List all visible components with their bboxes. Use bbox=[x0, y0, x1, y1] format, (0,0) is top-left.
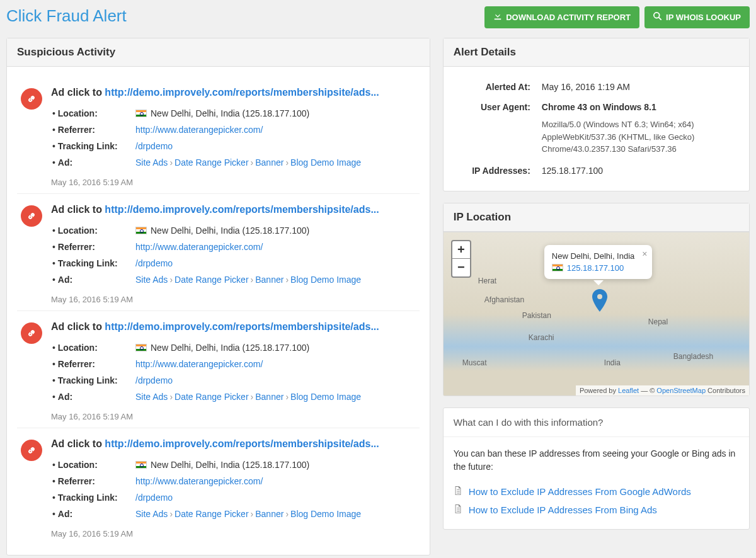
chevron-right-icon: › bbox=[169, 509, 173, 519]
activity-url-link[interactable]: http://demo.improvely.com/reports/member… bbox=[105, 204, 379, 215]
osm-link[interactable]: OpenStreetMap bbox=[656, 387, 706, 394]
activity-field-label: Location: bbox=[52, 340, 134, 355]
tracking-link[interactable]: /drpdemo bbox=[135, 493, 173, 503]
activity-item: Ad click to http://demo.improvely.com/re… bbox=[17, 77, 420, 193]
referrer-link[interactable]: http://www.daterangepicker.com/ bbox=[135, 359, 263, 369]
activity-field-label: Referrer: bbox=[52, 356, 134, 372]
activity-url-link[interactable]: http://demo.improvely.com/reports/member… bbox=[105, 321, 379, 332]
referrer-link[interactable]: http://www.daterangepicker.com/ bbox=[135, 476, 263, 486]
flag-india-icon bbox=[552, 264, 563, 271]
activity-field-label: Tracking Link: bbox=[52, 139, 134, 154]
search-icon bbox=[653, 12, 662, 23]
zoom-in-button[interactable]: + bbox=[452, 241, 470, 259]
ad-crumb-link[interactable]: Date Range Picker bbox=[175, 157, 249, 168]
activity-field-label: Referrer: bbox=[52, 239, 134, 254]
ad-crumb-link[interactable]: Blog Demo Image bbox=[290, 392, 361, 402]
map-popup: × New Delhi, Delhi, India 125.18.177.100 bbox=[544, 245, 653, 279]
activity-date: May 16, 2016 5:19 AM bbox=[51, 178, 416, 187]
map[interactable]: + − × New Delhi, Delhi, India 125.18.177… bbox=[444, 232, 749, 396]
download-report-label: DOWNLOAD ACTIVITY REPORT bbox=[506, 13, 631, 22]
chevron-right-icon: › bbox=[169, 392, 173, 402]
activity-field-label: Referrer: bbox=[52, 122, 134, 137]
map-popup-location: New Delhi, Delhi, India bbox=[552, 251, 635, 261]
download-report-button[interactable]: DOWNLOAD ACTIVITY REPORT bbox=[484, 6, 639, 28]
document-icon bbox=[454, 504, 462, 515]
chevron-right-icon: › bbox=[251, 157, 254, 168]
tracking-link[interactable]: /drpdemo bbox=[135, 375, 173, 385]
map-pin-icon bbox=[592, 289, 608, 314]
ad-crumb-link[interactable]: Banner bbox=[255, 157, 284, 168]
activity-field-label: Ad: bbox=[52, 506, 134, 521]
activity-date: May 16, 2016 5:19 AM bbox=[51, 529, 416, 538]
help-link[interactable]: How to Exclude IP Addresses From Google … bbox=[469, 486, 691, 497]
ad-crumb-link[interactable]: Banner bbox=[255, 392, 284, 402]
activity-field-label: Ad: bbox=[52, 272, 134, 287]
referrer-link[interactable]: http://www.daterangepicker.com/ bbox=[135, 125, 263, 135]
activity-field-label: Ad: bbox=[52, 155, 134, 170]
map-zoom-control: + − bbox=[451, 240, 471, 278]
ip-location-panel: IP Location + − × New Delhi, Delhi, Indi… bbox=[443, 203, 750, 396]
activity-field-label: Referrer: bbox=[52, 474, 134, 489]
zoom-out-button[interactable]: − bbox=[452, 259, 470, 276]
ad-crumb-link[interactable]: Site Ads bbox=[135, 392, 168, 402]
activity-field-value: Site Ads›Date Range Picker›Banner›Blog D… bbox=[135, 272, 415, 287]
alerted-at-value: May 16, 2016 1:19 AM bbox=[542, 82, 739, 92]
referrer-link[interactable]: http://www.daterangepicker.com/ bbox=[135, 242, 263, 252]
alert-details-panel: Alert Details Alerted At: May 16, 2016 1… bbox=[443, 38, 750, 191]
flag-india-icon bbox=[135, 227, 147, 234]
info-link-row: How to Exclude IP Addresses From Bing Ad… bbox=[454, 501, 739, 519]
activity-field-value: /drpdemo bbox=[135, 373, 415, 388]
flag-india-icon bbox=[135, 461, 147, 469]
activity-field-value: /drpdemo bbox=[135, 139, 415, 154]
activity-field-label: Location: bbox=[52, 457, 134, 472]
activity-url-link[interactable]: http://demo.improvely.com/reports/member… bbox=[105, 87, 379, 98]
alert-details-heading: Alert Details bbox=[444, 38, 749, 67]
flag-india-icon bbox=[135, 110, 147, 117]
activity-field-label: Tracking Link: bbox=[52, 490, 134, 505]
activity-field-label: Ad: bbox=[52, 389, 134, 404]
ad-crumb-link[interactable]: Date Range Picker bbox=[175, 275, 249, 285]
ad-crumb-link[interactable]: Blog Demo Image bbox=[290, 275, 361, 285]
ip-addresses-value: 125.18.177.100 bbox=[542, 166, 739, 176]
download-icon bbox=[493, 12, 502, 23]
ad-crumb-link[interactable]: Site Ads bbox=[135, 275, 168, 285]
suspicious-activity-panel: Suspicious Activity Ad click to http://d… bbox=[6, 38, 430, 555]
activity-field-value: Site Ads›Date Range Picker›Banner›Blog D… bbox=[135, 389, 415, 404]
tracking-link[interactable]: /drpdemo bbox=[135, 141, 173, 151]
activity-url-link[interactable]: http://demo.improvely.com/reports/member… bbox=[105, 438, 379, 449]
info-panel: What can I do with this information? You… bbox=[443, 407, 750, 530]
alerted-at-label: Alerted At: bbox=[454, 82, 542, 92]
ad-crumb-link[interactable]: Blog Demo Image bbox=[290, 509, 361, 519]
chevron-right-icon: › bbox=[285, 392, 289, 402]
help-link[interactable]: How to Exclude IP Addresses From Bing Ad… bbox=[469, 504, 657, 515]
ad-crumb-link[interactable]: Date Range Picker bbox=[175, 392, 249, 402]
chevron-right-icon: › bbox=[285, 275, 289, 285]
ad-crumb-link[interactable]: Banner bbox=[255, 275, 284, 285]
suspicious-activity-heading: Suspicious Activity bbox=[7, 38, 430, 67]
tracking-link[interactable]: /drpdemo bbox=[135, 258, 173, 268]
activity-item: Ad click to http://demo.improvely.com/re… bbox=[17, 310, 420, 428]
whois-lookup-label: IP WHOIS LOOKUP bbox=[666, 13, 741, 22]
activity-field-value: http://www.daterangepicker.com/ bbox=[135, 474, 415, 489]
activity-field-value: New Delhi, Delhi, India (125.18.177.100) bbox=[135, 106, 415, 121]
activity-field-value: /drpdemo bbox=[135, 490, 415, 505]
chevron-right-icon: › bbox=[251, 509, 254, 519]
info-text: You can ban these IP addresses from seei… bbox=[454, 447, 739, 474]
ad-crumb-link[interactable]: Date Range Picker bbox=[175, 509, 249, 519]
ad-crumb-link[interactable]: Site Ads bbox=[135, 509, 168, 519]
activity-field-label: Location: bbox=[52, 223, 134, 238]
map-attribution: Powered by Leaflet — © OpenStreetMap Con… bbox=[576, 385, 749, 396]
activity-field-value: http://www.daterangepicker.com/ bbox=[135, 122, 415, 137]
ad-crumb-link[interactable]: Blog Demo Image bbox=[290, 157, 361, 168]
leaflet-link[interactable]: Leaflet bbox=[618, 387, 639, 394]
flag-india-icon bbox=[135, 344, 147, 351]
ad-crumb-link[interactable]: Banner bbox=[255, 509, 284, 519]
chevron-right-icon: › bbox=[169, 275, 173, 285]
info-heading: What can I do with this information? bbox=[444, 408, 749, 437]
ad-crumb-link[interactable]: Site Ads bbox=[135, 157, 168, 168]
whois-lookup-button[interactable]: IP WHOIS LOOKUP bbox=[644, 6, 750, 28]
activity-date: May 16, 2016 5:19 AM bbox=[51, 295, 416, 304]
map-popup-ip-link[interactable]: 125.18.177.100 bbox=[567, 263, 624, 273]
close-icon[interactable]: × bbox=[642, 249, 647, 259]
activity-field-value: New Delhi, Delhi, India (125.18.177.100) bbox=[135, 457, 415, 472]
